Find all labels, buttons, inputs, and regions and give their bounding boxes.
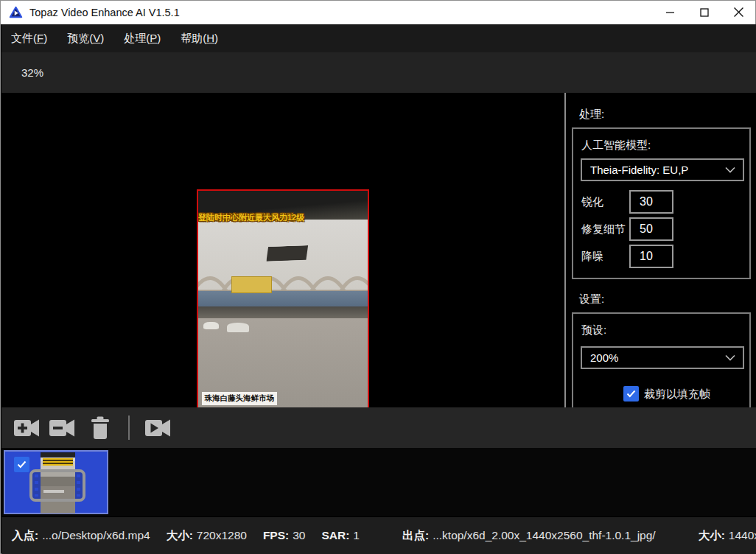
preset-value: 200%: [590, 351, 725, 364]
sharpen-input[interactable]: [629, 190, 673, 214]
status-out-point: 出点:...ktop/x6d_2.00x_1440x2560_thf-1.0.1…: [402, 528, 656, 544]
camera-add-icon: [13, 416, 41, 440]
window-title: Topaz Video Enhance AI V1.5.1: [29, 7, 180, 18]
trash-icon: [89, 416, 111, 441]
menu-bar: 文件(F) 预览(V) 处理(P) 帮助(H): [1, 24, 756, 52]
add-video-button[interactable]: [12, 415, 41, 441]
status-out-size: 大小:1440x2560: [699, 528, 756, 544]
check-icon: [626, 390, 636, 398]
menu-process[interactable]: 处理(P): [124, 32, 161, 46]
status-sar: SAR:1: [321, 529, 360, 542]
ai-model-label: 人工智能模型:: [581, 138, 651, 152]
status-in-point: 入点:...o/Desktop/x6d.mp4: [12, 528, 150, 544]
app-logo-icon: [9, 6, 23, 20]
video-bridge-shadow: [198, 306, 368, 318]
menu-file[interactable]: 文件(F): [11, 32, 47, 46]
crop-to-fill-label[interactable]: 裁剪以填充帧: [644, 388, 710, 402]
minimize-icon: [666, 8, 675, 17]
status-bar: 入点:...o/Desktop/x6d.mp4 大小:720x1280 FPS:…: [1, 516, 756, 554]
video-yellow-sign: [231, 276, 272, 292]
video-mirror-silhouette: [266, 245, 309, 262]
preset-label: 预设:: [581, 323, 606, 337]
ai-model-dropdown[interactable]: Theia-Fidelity: EU,P: [581, 158, 744, 181]
ai-model-value: Theia-Fidelity: EU,P: [590, 164, 725, 176]
title-bar: Topaz Video Enhance AI V1.5.1: [1, 1, 755, 24]
delete-button[interactable]: [85, 415, 115, 441]
video-car: [227, 323, 249, 332]
minimize-button[interactable]: [654, 1, 687, 24]
preset-group: 预设: 200% 裁剪以填充帧: [572, 312, 751, 407]
close-button[interactable]: [721, 1, 755, 24]
app-window: Topaz Video Enhance AI V1.5.1 文件(F) 预览(V…: [0, 0, 756, 554]
chevron-down-icon: [725, 354, 735, 361]
menu-help[interactable]: 帮助(H): [181, 32, 218, 46]
video-car: [203, 322, 219, 330]
maximize-button[interactable]: [687, 1, 721, 24]
restore-detail-input[interactable]: [629, 217, 673, 241]
camera-play-icon: [144, 416, 172, 440]
crop-to-fill-checkbox[interactable]: [623, 386, 639, 402]
video-bridge-deck: [198, 291, 368, 306]
status-in-size: 大小:720x1280: [167, 528, 247, 544]
clip-toolbar: [1, 407, 756, 448]
clip-thumbnail-selected[interactable]: [4, 450, 108, 514]
sharpen-label: 锐化: [581, 195, 603, 209]
chevron-down-icon: [725, 166, 735, 173]
settings-heading: 设置:: [579, 292, 604, 306]
menu-preview[interactable]: 预览(V): [67, 32, 104, 46]
camera-remove-icon: [48, 416, 76, 440]
remove-video-button[interactable]: [47, 415, 77, 441]
process-video-button[interactable]: [143, 415, 172, 441]
video-bridge-arches: [198, 263, 368, 292]
status-fps: FPS:30: [263, 529, 306, 542]
crop-region-overlay: [29, 469, 85, 502]
toolbar-divider: [128, 416, 130, 440]
close-icon: [734, 7, 743, 17]
zoom-percent-label: 32%: [21, 66, 43, 79]
ai-model-group: 人工智能模型: Theia-Fidelity: EU,P 锐化 修复细节 降噪: [572, 127, 751, 279]
processing-heading: 处理:: [579, 108, 604, 122]
denoise-label: 降噪: [581, 250, 603, 264]
playback-toolbar: 32% / 357 [ : ]: [1, 52, 756, 93]
settings-panel: 处理: 人工智能模型: Theia-Fidelity: EU,P 锐化 修复细节…: [566, 93, 756, 407]
restore-detail-label: 修复细节: [581, 222, 626, 236]
maximize-icon: [700, 8, 709, 17]
clip-selected-checkbox[interactable]: [14, 457, 29, 472]
clip-list: [1, 448, 756, 516]
preset-dropdown[interactable]: 200%: [581, 346, 744, 369]
video-location-caption: 珠海白藤头海鲜市场: [202, 392, 278, 405]
denoise-input[interactable]: [629, 245, 673, 268]
check-icon: [17, 460, 27, 469]
